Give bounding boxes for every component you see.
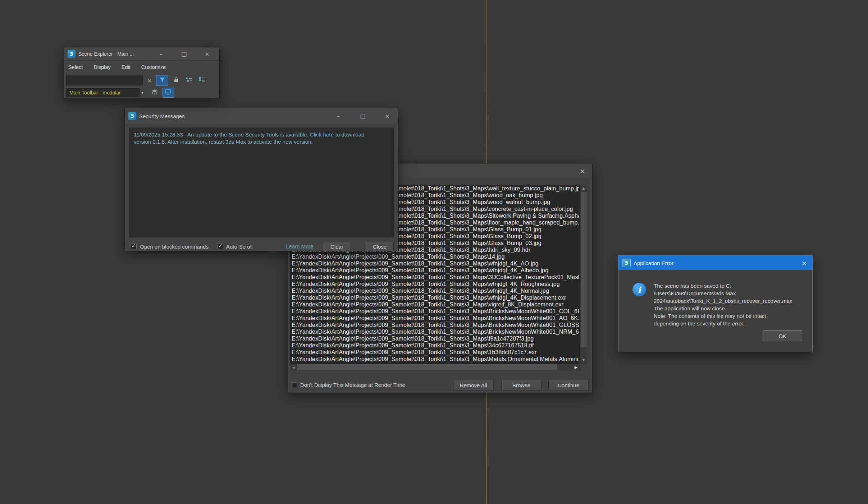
window-title: Scene Explorer - Main ... bbox=[78, 51, 134, 57]
scene-explorer-menubar: Select Display Edit Customize bbox=[68, 62, 166, 73]
minimize-button[interactable]: – bbox=[333, 112, 343, 120]
menu-customize[interactable]: Customize bbox=[141, 64, 166, 70]
list-view-button[interactable] bbox=[197, 75, 207, 85]
file-path-row[interactable]: E:\YandexDisk\ArtAngle\Projects\009_Samo… bbox=[290, 260, 579, 267]
horizontal-scroll-thumb[interactable] bbox=[297, 364, 557, 370]
vertical-scroll-thumb[interactable] bbox=[581, 192, 586, 347]
file-path-row[interactable]: E:\YandexDisk\ArtAngle\Projects\009_Samo… bbox=[290, 356, 579, 362]
click-here-link[interactable]: Click here bbox=[310, 131, 334, 138]
lock-selection-button[interactable] bbox=[171, 75, 181, 85]
security-message-line1: 11/09/2025 15:28:33 - An update to the S… bbox=[134, 131, 389, 138]
file-path-row[interactable]: E:\YandexDisk\ArtAngle\Projects\009_Samo… bbox=[290, 308, 579, 315]
menu-display[interactable]: Display bbox=[93, 64, 111, 70]
3ds-max-icon bbox=[128, 112, 136, 120]
auto-scroll-label: Auto-Scroll bbox=[226, 244, 252, 250]
close-dialog-button[interactable]: Close bbox=[366, 242, 394, 251]
application-error-titlebar[interactable]: Application Error × bbox=[618, 256, 812, 270]
security-messages-window: Security Messages – □ × 11/09/2025 15:28… bbox=[124, 108, 398, 251]
info-icon: i bbox=[632, 283, 646, 296]
file-path-row[interactable]: E:\YandexDisk\ArtAngle\Projects\009_Samo… bbox=[290, 281, 579, 287]
maximize-button[interactable]: □ bbox=[358, 112, 368, 120]
security-message-log: 11/09/2025 15:28:33 - An update to the S… bbox=[129, 128, 394, 237]
learn-more-link[interactable]: Learn More bbox=[286, 243, 314, 249]
security-message-line2: version 2.1.8. After installation, resta… bbox=[134, 138, 389, 145]
auto-scroll-checkbox[interactable] bbox=[218, 244, 223, 249]
file-path-row[interactable]: E:\YandexDisk\ArtAngle\Projects\009_Samo… bbox=[290, 253, 579, 260]
clear-button[interactable]: Clear bbox=[323, 242, 351, 251]
ok-button[interactable]: OK bbox=[763, 330, 802, 341]
filter-button[interactable] bbox=[156, 75, 168, 86]
monitor-icon bbox=[165, 89, 171, 96]
toolbar-selector-value: Main Toolbar - modular bbox=[69, 90, 121, 96]
scene-explorer-window: Scene Explorer - Main ... – □ × Select D… bbox=[64, 47, 220, 99]
file-path-row[interactable]: E:\YandexDisk\ArtAngle\Projects\009_Samo… bbox=[290, 349, 579, 356]
scene-explorer-toolbar-row2: Main Toolbar - modular ▾ bbox=[66, 88, 177, 98]
3ds-max-icon bbox=[68, 50, 76, 58]
file-path-row[interactable]: E:\YandexDisk\ArtAngle\Projects\009_Samo… bbox=[290, 287, 579, 294]
vertical-scrollbar[interactable]: ▲ ▼ bbox=[580, 185, 587, 364]
chevron-down-icon[interactable]: ▾ bbox=[140, 88, 145, 97]
file-path-row[interactable]: E:\YandexDisk\ArtAngle\Projects\009_Samo… bbox=[290, 294, 579, 301]
scroll-up-icon[interactable]: ▲ bbox=[580, 185, 587, 191]
dialog-title: Application Error bbox=[634, 260, 673, 266]
3ds-max-icon bbox=[622, 259, 631, 267]
flat-list-icon bbox=[199, 77, 205, 84]
error-message: The scene has been saved to C: \Users\Юл… bbox=[654, 282, 806, 327]
open-on-blocked-label: Open on blocked commands bbox=[140, 244, 209, 250]
hierarchy-icon bbox=[186, 77, 192, 84]
close-button[interactable]: × bbox=[202, 50, 212, 58]
file-path-row[interactable]: E:\YandexDisk\ArtAngle\Projects\009_Samo… bbox=[290, 322, 579, 328]
security-messages-titlebar[interactable]: Security Messages – □ × bbox=[125, 108, 398, 124]
toolbar-selector[interactable]: Main Toolbar - modular bbox=[66, 88, 140, 97]
scene-explorer-titlebar[interactable]: Scene Explorer - Main ... – □ × bbox=[64, 47, 219, 61]
window-title: Security Messages bbox=[139, 113, 185, 119]
file-path-row[interactable]: E:\YandexDisk\ArtAngle\Projects\009_Samo… bbox=[290, 315, 579, 322]
browse-button[interactable]: Browse bbox=[501, 380, 542, 390]
continue-button[interactable]: Continue bbox=[548, 380, 589, 390]
application-error-dialog: Application Error × i The scene has been… bbox=[618, 255, 813, 352]
scroll-left-icon[interactable]: ◀ bbox=[290, 364, 297, 371]
scroll-down-icon[interactable]: ▼ bbox=[580, 357, 587, 363]
file-path-row[interactable]: E:\YandexDisk\ArtAngle\Projects\009_Samo… bbox=[290, 335, 579, 342]
desktop: × E:\YandexDisk\ArtAngle\Projects\009_Sa… bbox=[0, 0, 868, 504]
menu-edit[interactable]: Edit bbox=[122, 64, 131, 70]
display-toggle-button[interactable] bbox=[163, 88, 174, 98]
remove-all-button[interactable]: Remove All bbox=[453, 380, 494, 390]
scroll-right-icon[interactable]: ▶ bbox=[573, 364, 579, 371]
file-path-row[interactable]: E:\YandexDisk\ArtAngle\Projects\009_Samo… bbox=[290, 267, 579, 274]
file-path-row[interactable]: E:\YandexDisk\ArtAngle\Projects\009_Samo… bbox=[290, 301, 579, 308]
search-input[interactable] bbox=[66, 75, 143, 85]
funnel-icon bbox=[159, 77, 165, 84]
scene-explorer-toolbar: × bbox=[66, 75, 210, 86]
tree-view-button[interactable] bbox=[184, 75, 194, 85]
clear-search-icon[interactable]: × bbox=[146, 77, 153, 84]
close-button[interactable]: × bbox=[382, 112, 392, 120]
layers-icon bbox=[151, 89, 158, 96]
open-on-blocked-checkbox[interactable] bbox=[131, 244, 137, 249]
close-icon[interactable]: × bbox=[577, 166, 588, 176]
file-path-row[interactable]: E:\YandexDisk\ArtAngle\Projects\009_Samo… bbox=[290, 342, 579, 349]
dont-display-label: Don't Display This Message at Render Tim… bbox=[300, 382, 405, 388]
file-path-row[interactable]: E:\YandexDisk\ArtAngle\Projects\009_Samo… bbox=[290, 328, 579, 335]
minimize-button[interactable]: – bbox=[156, 50, 166, 58]
layers-button[interactable] bbox=[150, 88, 160, 98]
file-path-row[interactable]: E:\YandexDisk\ArtAngle\Projects\009_Samo… bbox=[290, 274, 579, 281]
lock-icon bbox=[173, 77, 179, 84]
menu-select[interactable]: Select bbox=[68, 64, 83, 70]
dont-display-checkbox[interactable] bbox=[292, 382, 297, 388]
horizontal-scrollbar[interactable]: ◀ ▶ bbox=[290, 364, 580, 371]
maximize-button[interactable]: □ bbox=[179, 50, 189, 58]
close-icon[interactable]: × bbox=[796, 256, 812, 270]
